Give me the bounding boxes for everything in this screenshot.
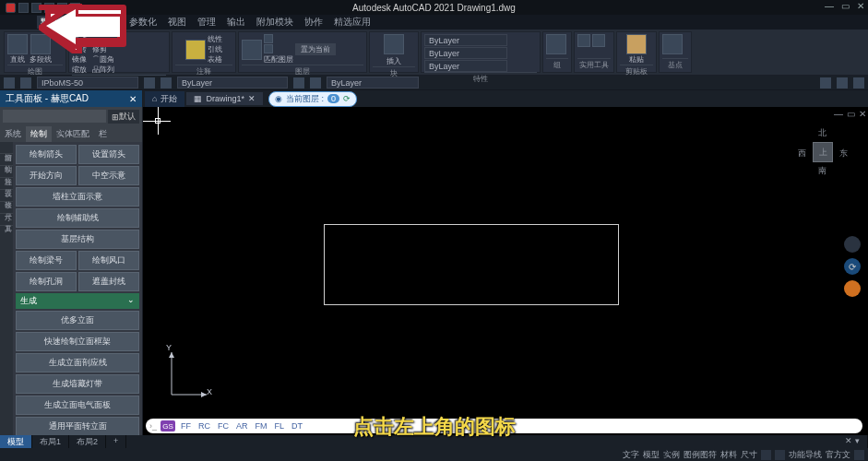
status-official[interactable]: 官方文 <box>826 449 850 461</box>
tab-output[interactable]: 输出 <box>223 16 249 29</box>
vp-close-icon[interactable]: ✕ <box>859 109 866 119</box>
vp-min-icon[interactable]: — <box>834 109 843 119</box>
tab-view[interactable]: 视图 <box>164 16 190 29</box>
tab-manage[interactable]: 管理 <box>194 16 220 29</box>
color-dropdown[interactable]: ByLayer <box>424 34 507 46</box>
prop-icon-1[interactable] <box>4 77 15 89</box>
cmd-opt-rc[interactable]: RC <box>196 421 212 431</box>
side-dim[interactable]: 尺寸 <box>0 202 13 214</box>
prop-end-3[interactable] <box>853 77 864 89</box>
btn-beam[interactable]: 绘制梁号 <box>16 251 77 270</box>
btn-dir-start[interactable]: 开始方向 <box>16 166 77 185</box>
modify-array[interactable]: 品阵列 <box>92 65 114 75</box>
btn-gen-0[interactable]: 优多立面 <box>16 311 139 330</box>
btn-gen-4[interactable]: 生成立面电气面板 <box>16 396 139 415</box>
prop-icon-2[interactable] <box>20 77 31 89</box>
status-icon-2[interactable] <box>775 450 785 460</box>
layer-on-icon[interactable] <box>264 34 273 43</box>
cmd-opt-ff[interactable]: FF <box>179 421 193 431</box>
ptab-match[interactable]: 实体匹配 <box>52 126 94 142</box>
search-mode-button[interactable]: ⊞默认 <box>108 110 139 124</box>
btn-hollow[interactable]: 中空示意 <box>78 166 139 185</box>
btn-wall-elev[interactable]: 墙柱立面示意 <box>16 187 139 207</box>
linetype-dropdown[interactable]: ByLayer <box>424 47 507 59</box>
paste-icon[interactable] <box>626 34 647 54</box>
qat-new-icon[interactable] <box>18 3 29 13</box>
tab-close-icon[interactable]: ✕ <box>248 94 256 103</box>
btn-vent[interactable]: 绘制风口 <box>78 251 139 270</box>
layer-dropdown[interactable]: ByLayer <box>177 77 288 89</box>
insert-icon[interactable] <box>384 34 404 54</box>
layout-close-icon[interactable]: ✕ ▾ <box>838 435 868 448</box>
vc-east[interactable]: 东 <box>839 148 848 160</box>
table-label[interactable]: 表格 <box>208 54 222 65</box>
ptab-draw[interactable]: 绘制 <box>26 126 52 142</box>
cmd-gs-badge[interactable]: GS <box>161 420 175 431</box>
tab-drawing1[interactable]: ▦ Drawing1* ✕ <box>186 92 263 105</box>
color-dropdown-2[interactable]: ByLayer <box>327 77 419 89</box>
prop-end-2[interactable] <box>837 77 848 89</box>
calc-icon[interactable] <box>592 34 605 47</box>
ptab-system[interactable]: 系统 <box>0 126 26 142</box>
vc-north[interactable]: 北 <box>818 127 826 139</box>
tab-addins[interactable]: 附加模块 <box>253 16 297 29</box>
cmd-opt-fl[interactable]: FL <box>273 421 287 431</box>
status-inst[interactable]: 实例 <box>663 449 680 461</box>
btn-cover[interactable]: 遮盖封线 <box>78 272 139 291</box>
tab-collaborate[interactable]: 协作 <box>301 16 327 29</box>
status-material[interactable]: 材料 <box>720 449 737 461</box>
nav-orbit-icon[interactable] <box>844 280 861 297</box>
search-input[interactable] <box>3 110 106 123</box>
btn-gen-2[interactable]: 生成立面剖应线 <box>16 353 139 372</box>
status-legend[interactable]: 图例图符 <box>684 449 717 461</box>
status-icon-1[interactable] <box>761 450 771 460</box>
btn-arrow-set[interactable]: 设置箭头 <box>78 145 139 164</box>
layer-props-icon[interactable] <box>242 40 262 60</box>
prop-end-1[interactable] <box>820 77 831 89</box>
modify-mirror[interactable]: 镜像 <box>72 54 87 65</box>
leader-label[interactable]: 引线 <box>208 44 222 54</box>
vc-west[interactable]: 西 <box>798 148 806 160</box>
linear-label[interactable]: 线性 <box>208 34 222 44</box>
btn-gen-1[interactable]: 快速绘制立面框架 <box>16 332 139 351</box>
prop-icon-5[interactable] <box>293 77 304 89</box>
tab-featured[interactable]: 精选应用 <box>330 16 375 29</box>
side-mod[interactable]: 修改 <box>0 190 13 202</box>
cmd-opt-fm[interactable]: FM <box>254 421 269 431</box>
refresh-icon[interactable]: ⟳ <box>343 94 351 103</box>
btn-base-struct[interactable]: 基层结构 <box>16 230 139 249</box>
side-wall[interactable]: 墙门窗 <box>0 142 13 154</box>
side-set[interactable]: 设置 <box>0 178 13 190</box>
modify-scale[interactable]: 缩放 <box>72 65 87 75</box>
status-icon-3[interactable] <box>854 450 864 460</box>
btn-arrow-draw[interactable]: 绘制箭头 <box>16 145 77 164</box>
prop-icon-3[interactable] <box>144 77 155 89</box>
status-dim[interactable]: 尺寸 <box>741 449 757 461</box>
modify-fillet[interactable]: ⌒圆角 <box>92 54 114 65</box>
btn-gen-3[interactable]: 生成墙藏灯带 <box>16 374 139 394</box>
prop-icon-6[interactable] <box>310 77 321 89</box>
drawn-rectangle[interactable] <box>324 224 619 305</box>
cmd-opt-fc[interactable]: FC <box>216 421 231 431</box>
tab-model[interactable]: 模型 <box>0 435 32 448</box>
line-icon[interactable] <box>7 34 28 54</box>
floor-badge[interactable]: ◉ 当前图层 : 0 ⟳ <box>268 91 357 107</box>
prop-icon-4[interactable] <box>161 77 172 89</box>
text-icon[interactable] <box>185 40 206 60</box>
btn-aux-line[interactable]: 绘制辅助线 <box>16 208 139 228</box>
status-func[interactable]: 功能导线 <box>789 449 822 461</box>
base-icon[interactable] <box>662 34 683 54</box>
side-anno[interactable]: 注释 <box>0 166 13 178</box>
btn-gen-5[interactable]: 通用平面转立面 <box>16 417 139 436</box>
nav-compass-icon[interactable]: ⟳ <box>844 258 861 275</box>
palette-title[interactable]: 工具面板 - 赫思CAD ✕ <box>0 90 142 107</box>
tab-layout2[interactable]: 布局2 <box>69 435 106 448</box>
nav-pan-icon[interactable] <box>844 236 861 253</box>
measure-icon[interactable] <box>577 34 590 47</box>
drawing-viewport[interactable]: — ▭ ✕ X Y 北 南 东 西 <box>143 107 868 448</box>
palette-close-icon[interactable]: ✕ <box>129 94 137 104</box>
btn-hole[interactable]: 绘制孔洞 <box>16 272 77 291</box>
ptab-col[interactable]: 栏 <box>94 126 112 142</box>
layer-match[interactable]: 匹配图层 <box>264 54 293 65</box>
lineweight-dropdown[interactable]: ByLayer <box>424 60 507 72</box>
